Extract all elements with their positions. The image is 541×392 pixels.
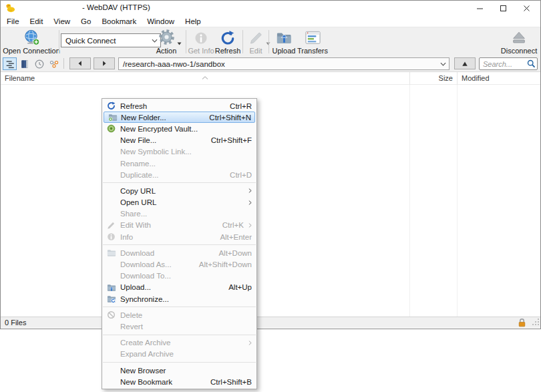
maximize-button[interactable] — [492, 1, 515, 15]
upload-label: Upload — [273, 47, 296, 55]
up-arrow-icon — [462, 61, 468, 67]
path-combobox[interactable]: /research-aaa-nwo-1/sandbox — [118, 57, 449, 70]
maximize-icon — [500, 5, 507, 12]
quick-connect-combobox[interactable]: Quick Connect — [61, 33, 161, 47]
menu-separator — [103, 362, 256, 363]
column-header-modified[interactable]: Modified — [462, 74, 490, 82]
upload-folder-icon — [102, 283, 120, 292]
back-button[interactable] — [69, 57, 91, 69]
outline-view-icon — [5, 59, 15, 69]
search-input[interactable] — [480, 60, 526, 68]
menu-window[interactable]: Window — [142, 17, 180, 26]
action-button[interactable]: Action — [149, 29, 184, 55]
menu-go[interactable]: Go — [75, 17, 96, 26]
refresh-label: Refresh — [215, 47, 241, 55]
column-guide-line — [457, 85, 458, 317]
minimize-button[interactable] — [468, 1, 492, 15]
disconnect-label: Disconnect — [501, 47, 537, 55]
status-bar: 0 Files — [1, 317, 540, 328]
prohibited-icon — [102, 311, 120, 319]
submenu-arrow-icon — [246, 222, 252, 228]
screenshot-canvas: - WebDAV (HTTPS) File Edit View Go Bookm… — [0, 0, 541, 392]
back-arrow-icon — [77, 60, 83, 67]
transfers-window-icon — [304, 29, 322, 47]
search-icon — [526, 59, 537, 68]
edit-label: Edit — [250, 47, 262, 55]
refresh-button[interactable]: Refresh — [213, 29, 242, 55]
context-item-edit-with: Edit With Ctrl+K — [102, 220, 256, 231]
file-list[interactable] — [1, 85, 540, 317]
context-item-new-encrypted-vault[interactable]: New Encrypted Vault... — [102, 123, 256, 134]
bonjour-view-toggle[interactable] — [47, 57, 61, 70]
close-button[interactable] — [515, 1, 538, 15]
sync-folder-icon — [102, 295, 120, 303]
column-headers: Filename Size Modified — [1, 72, 540, 85]
context-item-new-browser[interactable]: New Browser — [102, 365, 256, 376]
pencil-icon — [248, 29, 264, 47]
context-item-new-bookmark[interactable]: New Bookmark Ctrl+Shift+B — [102, 376, 256, 387]
context-item-download-to: Download To... — [102, 270, 256, 282]
bonjour-icon — [49, 59, 59, 69]
context-item-synchronize[interactable]: Synchronize... — [102, 293, 256, 305]
menu-file[interactable]: File — [1, 17, 25, 26]
context-item-revert: Revert — [102, 321, 256, 332]
menu-help[interactable]: Help — [180, 17, 206, 26]
menu-edit[interactable]: Edit — [25, 17, 49, 26]
menu-separator — [103, 335, 256, 335]
close-icon — [523, 5, 530, 12]
transfers-label: Transfers — [297, 47, 328, 55]
upload-folder-icon — [275, 29, 293, 47]
context-item-copy-url[interactable]: Copy URL — [102, 185, 256, 196]
context-item-open-url[interactable]: Open URL — [102, 197, 256, 208]
menu-separator — [103, 244, 256, 245]
context-menu: Refresh Ctrl+R New Folder... Ctrl+Shift+… — [102, 98, 257, 389]
column-header-filename[interactable]: Filename — [5, 74, 35, 82]
context-item-refresh[interactable]: Refresh Ctrl+R — [102, 100, 256, 112]
context-item-delete: Delete — [102, 309, 256, 321]
column-guide-line — [409, 85, 410, 317]
browser-window: - WebDAV (HTTPS) File Edit View Go Bookm… — [0, 0, 541, 329]
context-item-duplicate: Duplicate... Ctrl+D — [102, 169, 256, 180]
browser-view-toggle[interactable] — [3, 57, 17, 70]
transfers-button[interactable]: Transfers — [297, 29, 329, 55]
gear-icon — [158, 29, 176, 47]
column-divider[interactable] — [457, 72, 458, 85]
menu-separator — [103, 307, 256, 307]
upload-button[interactable]: Upload — [270, 29, 298, 55]
action-label: Action — [156, 47, 177, 55]
cyberduck-duck-icon — [5, 3, 15, 13]
menu-bookmark[interactable]: Bookmark — [96, 17, 142, 26]
menu-view[interactable]: View — [48, 17, 75, 26]
pencil-icon — [102, 221, 120, 230]
bookmarks-view-toggle[interactable] — [17, 57, 31, 70]
disconnect-button[interactable]: Disconnect — [500, 29, 538, 55]
menu-separator — [103, 182, 256, 183]
submenu-arrow-icon — [246, 340, 252, 346]
context-item-new-file[interactable]: New File... Ctrl+Shift+F — [102, 135, 256, 146]
toolbar-separator — [186, 30, 186, 53]
folder-icon — [102, 248, 120, 257]
toolbar-separator — [242, 30, 243, 53]
navigate-up-button[interactable] — [454, 57, 476, 69]
get-info-button: Get Info — [187, 29, 215, 55]
new-folder-icon — [104, 113, 121, 122]
submenu-arrow-icon — [246, 188, 252, 194]
open-connection-button[interactable]: Open Connection — [3, 29, 59, 55]
action-dropdown-arrow-icon — [177, 36, 182, 48]
chevron-down-icon — [437, 62, 449, 66]
forward-arrow-icon — [101, 60, 108, 67]
title-bar[interactable]: - WebDAV (HTTPS) — [1, 1, 540, 15]
resize-grip[interactable] — [532, 319, 539, 327]
sort-ascending-icon — [202, 73, 208, 81]
history-view-toggle[interactable] — [32, 57, 46, 70]
forward-button[interactable] — [94, 57, 115, 69]
secure-connection-lock-icon[interactable] — [518, 318, 526, 329]
menu-bar: File Edit View Go Bookmark Window Help — [1, 15, 540, 27]
toolbar-separator — [268, 30, 269, 53]
context-item-new-folder[interactable]: New Folder... Ctrl+Shift+N — [104, 112, 255, 123]
column-header-size[interactable]: Size — [410, 74, 453, 82]
quick-connect-value: Quick Connect — [61, 37, 149, 45]
context-item-upload[interactable]: Upload... Alt+Up — [102, 282, 256, 293]
get-info-label: Get Info — [188, 47, 214, 55]
context-item-new-symbolic-link: New Symbolic Link... — [102, 146, 256, 158]
